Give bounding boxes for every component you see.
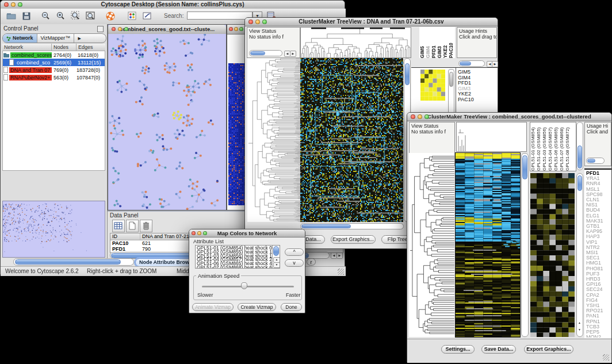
zoom-in-icon[interactable] <box>56 11 66 21</box>
node-attribute-browser-tab[interactable]: Node Attribute Brows <box>135 258 196 267</box>
minimize-icon[interactable] <box>197 231 201 235</box>
scroll-down-icon[interactable]: ▼ <box>577 327 582 332</box>
zoom-icon[interactable] <box>424 114 429 119</box>
network-row[interactable]: combined_scores 2764(0) 16218(0) <box>3 51 105 59</box>
id-header[interactable]: ID <box>110 233 140 240</box>
scroll-up-icon[interactable]: ▲ <box>577 320 582 325</box>
row-dendrogram-canvas[interactable] <box>247 58 300 222</box>
network-canvas[interactable] <box>108 34 226 210</box>
column-label[interactable]: PAC10 <box>448 27 454 58</box>
minimize-icon[interactable] <box>255 20 260 24</box>
minimize-icon[interactable] <box>11 2 16 7</box>
network-row[interactable]: RNAPuberNov2+ 563(0) 107847(0) <box>3 74 105 81</box>
column-dendrogram-canvas[interactable] <box>301 28 411 58</box>
save-data-button[interactable]: Save Data... <box>481 345 516 354</box>
column-label[interactable]: GPL51-08 (GSM872) <box>565 122 571 171</box>
zoom-heatmap-canvas[interactable] <box>530 173 575 337</box>
minimize-icon[interactable] <box>118 27 122 31</box>
grid-network-canvas[interactable] <box>228 63 246 205</box>
save-icon[interactable] <box>21 11 32 21</box>
main-title-bar[interactable]: Cytoscape Desktop (Session Name: collins… <box>1 1 345 9</box>
gene-label[interactable]: PAC10 <box>458 97 496 103</box>
minimize-icon[interactable] <box>418 114 422 119</box>
delete-attribute-icon[interactable] <box>140 220 152 232</box>
panel-hscrollbar[interactable] <box>13 258 134 266</box>
speed-slider-track[interactable] <box>202 286 294 288</box>
heatmap-hscrollbar[interactable] <box>300 223 404 229</box>
column-label[interactable]: GPL51-01 (GSM854) <box>530 122 536 171</box>
zoom-fit-icon[interactable] <box>86 11 96 21</box>
column-label[interactable]: GPL51-03 (GSM856) <box>542 122 548 171</box>
tab-vizmapper[interactable]: VizMapper™ <box>37 34 75 43</box>
tv2-title-bar[interactable]: ClusterMaker TreeView : combined_scores_… <box>407 113 611 121</box>
create-vizmap-button[interactable]: Create Vizmap <box>238 303 276 311</box>
move-up-button[interactable]: ^ <box>285 248 304 256</box>
network-frame-title-bar[interactable]: combined_scores_good.txt--cluste... <box>108 25 226 35</box>
scrollbar-thumb[interactable] <box>522 155 527 179</box>
view-status-scrollbar[interactable] <box>249 50 282 56</box>
settings-button[interactable]: Settings... <box>441 345 475 354</box>
zoom-icon[interactable] <box>18 2 22 7</box>
browser-tab-fragment[interactable]: r <box>307 258 316 266</box>
tab-overflow-icon[interactable]: ▶ <box>74 34 84 43</box>
scrollbar-thumb[interactable] <box>405 63 410 85</box>
table-icon[interactable] <box>112 220 125 232</box>
heatmap-canvas[interactable] <box>300 58 403 222</box>
scroll-right-icon[interactable]: ▶ <box>336 252 343 259</box>
close-icon[interactable] <box>192 231 196 235</box>
close-icon[interactable] <box>248 20 253 24</box>
zoom-out-icon[interactable] <box>41 11 51 21</box>
annotation-icon[interactable] <box>142 11 152 21</box>
column-label[interactable]: GIM5 <box>419 27 425 58</box>
float-icon[interactable] <box>97 26 104 32</box>
scrollbar-thumb[interactable] <box>577 145 582 168</box>
scrollbar-thumb[interactable] <box>587 159 595 163</box>
zoom-icon[interactable] <box>239 27 243 31</box>
column-label[interactable]: GIM4 <box>425 27 431 58</box>
scrollbar-thumb[interactable] <box>250 51 265 55</box>
column-label[interactable]: GPL51-02 (GSM855) <box>536 122 542 171</box>
listbox-vscrollbar[interactable]: ▲ ▼ <box>272 246 280 268</box>
export-graphics-button[interactable]: Export Graphics... <box>331 235 376 244</box>
mini-heatmap-canvas[interactable] <box>420 70 445 101</box>
help-icon[interactable] <box>105 11 116 21</box>
column-label[interactable]: GPL51-06 (GSM865) <box>553 122 559 171</box>
animate-vizmap-button[interactable]: Animate Vizmap <box>192 303 234 311</box>
column-dendrogram[interactable] <box>456 122 527 152</box>
column-dendrogram[interactable] <box>300 27 411 58</box>
dialog-title-bar[interactable]: Map Colors to Network <box>189 229 305 237</box>
scrollbar-thumb[interactable] <box>15 259 121 265</box>
column-label[interactable]: PFD1 <box>431 27 437 58</box>
column-label[interactable]: GPL51-07 (GSM868) <box>559 122 565 171</box>
scrollbar-thumb[interactable] <box>460 62 471 66</box>
scrollbar-thumb[interactable] <box>577 175 582 191</box>
birdseye-view[interactable] <box>2 201 105 258</box>
usage-hints-scrollbar[interactable] <box>458 60 485 67</box>
zoom-vscrollbar[interactable]: ▲ ▼ <box>576 173 583 337</box>
close-icon[interactable] <box>112 27 116 31</box>
tv1-title-bar[interactable]: ClusterMaker TreeView : DNA and Tran 07-… <box>245 18 498 26</box>
close-icon[interactable] <box>4 2 9 7</box>
network-row-selected[interactable]: combined_sco 2569(6) 13112(15) <box>3 59 105 66</box>
scroll-down-icon[interactable]: ▼ <box>273 262 280 268</box>
resize-grip[interactable] <box>338 269 344 275</box>
zoom-selected-icon[interactable] <box>71 11 81 21</box>
grid-frame-title-bar[interactable] <box>227 25 247 35</box>
column-dendrogram-canvas[interactable] <box>457 122 526 151</box>
minimize-icon[interactable] <box>234 27 238 31</box>
heatmap-canvas[interactable] <box>456 153 520 337</box>
scroll-right-icon[interactable]: ▶ <box>290 51 296 57</box>
column-labels-vscrollbar[interactable] <box>576 122 583 170</box>
vizmapper-icon[interactable] <box>127 11 137 21</box>
row-dendrogram-canvas[interactable] <box>409 153 454 337</box>
open-icon[interactable] <box>6 11 17 21</box>
scroll-right-icon[interactable]: ▶ <box>492 61 498 67</box>
scrollbar-thumb[interactable] <box>273 246 279 256</box>
birdseye-canvas[interactable] <box>3 201 105 257</box>
heatmap-vscrollbar[interactable] <box>521 153 529 337</box>
column-label[interactable]: YKE2 <box>442 27 448 58</box>
usage-hints-scrollbar[interactable] <box>586 158 605 164</box>
resize-grip[interactable] <box>603 354 609 361</box>
zoom-icon[interactable] <box>124 27 128 31</box>
scrollbar-thumb[interactable] <box>301 224 351 228</box>
